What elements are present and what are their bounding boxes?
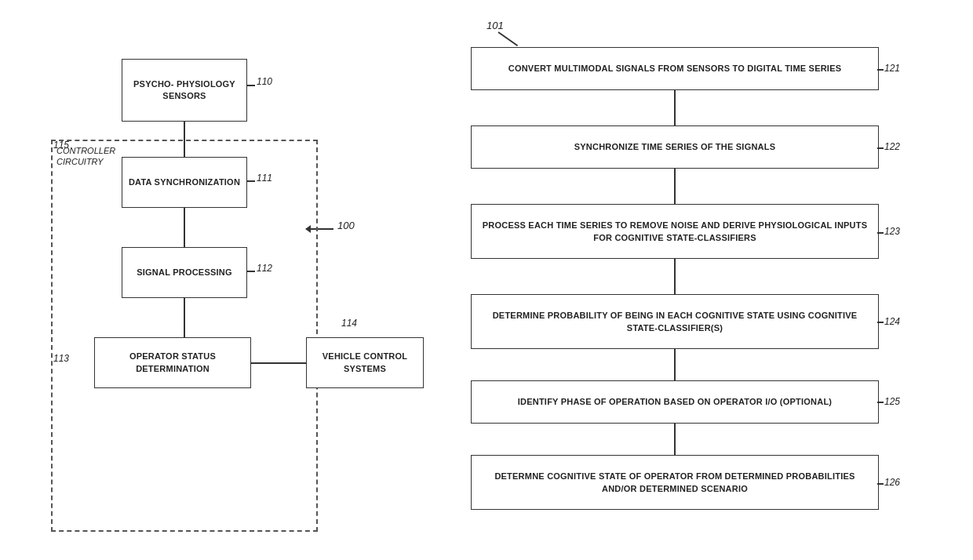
ref-121-line	[877, 69, 884, 71]
box-125: IDENTIFY PHASE OF OPERATION BASED ON OPE…	[471, 380, 879, 424]
box-vehicle-control: VEHICLE CONTROL SYSTEMS	[306, 337, 424, 388]
box-126: DETERMNE COGNITIVE STATE OF OPERATOR FRO…	[471, 455, 879, 510]
label-113: 113	[53, 353, 69, 364]
arrow-122-to-123	[674, 169, 676, 204]
label-121: 121	[884, 63, 900, 74]
label-123: 123	[884, 226, 900, 237]
label-114: 114	[341, 318, 357, 329]
ref-123-line	[877, 232, 884, 234]
arrow-signal-to-operator	[184, 298, 185, 337]
label-124: 124	[884, 316, 900, 327]
box-data-sync: DATA SYNCHRONIZATION	[122, 157, 247, 208]
arrow-data-to-signal	[184, 208, 185, 247]
ref-122-line	[877, 147, 884, 149]
box-124: DETERMINE PROBABILITY OF BEING IN EACH C…	[471, 294, 879, 349]
label-112: 112	[257, 263, 272, 274]
ref-112-line	[247, 271, 255, 272]
box-121: CONVERT MULTIMODAL SIGNALS FROM SENSORS …	[471, 47, 879, 90]
label-101: 101	[486, 20, 504, 31]
arrow-psycho-to-data	[184, 122, 185, 157]
box-123: PROCESS EACH TIME SERIES TO REMOVE NOISE…	[471, 204, 879, 259]
diagram-container: 115 100 CONTROLLERCIRCUITRY PSYCHO- PHYS…	[0, 0, 973, 560]
arrow-101	[497, 31, 518, 46]
arrow-125-to-126	[674, 424, 676, 455]
arrow-121-to-122	[674, 90, 676, 125]
label-122: 122	[884, 141, 900, 152]
label-111: 111	[257, 173, 272, 184]
arrow-124-to-125	[674, 349, 676, 380]
arrow-operator-to-vehicle	[251, 362, 306, 364]
ref-125-line	[877, 402, 884, 403]
ref-124-line	[877, 322, 884, 323]
box-122: SYNCHRONIZE TIME SERIES OF THE SIGNALS	[471, 125, 879, 169]
ref-126-line	[877, 483, 884, 485]
label-125: 125	[884, 396, 900, 407]
box-psycho-physiology: PSYCHO- PHYSIOLOGY SENSORS	[122, 59, 247, 122]
box-signal-processing: SIGNAL PROCESSING	[122, 247, 247, 298]
controller-label: CONTROLLERCIRCUITRY	[56, 145, 115, 168]
ref-111-line	[247, 180, 255, 182]
ref-110-line	[247, 85, 255, 86]
label-110: 110	[257, 76, 272, 87]
arrow-123-to-124	[674, 259, 676, 294]
label-100: 100	[337, 220, 355, 231]
label-126: 126	[884, 477, 900, 488]
box-operator-status: OPERATOR STATUS DETERMINATION	[94, 337, 251, 388]
